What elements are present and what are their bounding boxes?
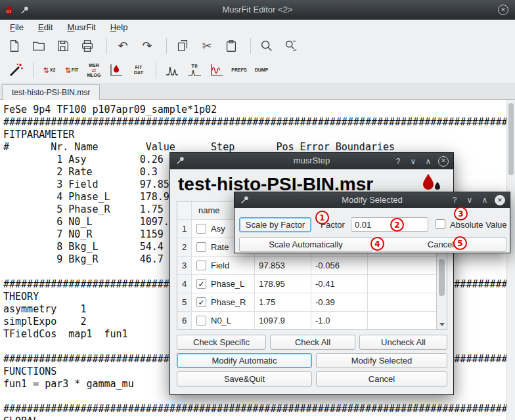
musrt0-button[interactable]: T0 — [184, 60, 205, 81]
menu-help[interactable]: Help — [103, 20, 135, 34]
param-step: -1.0 — [311, 312, 368, 329]
musrstep-titlebar[interactable]: musrStep ? ∨ ∧ ✕ — [170, 153, 453, 169]
musr-wizard-button[interactable] — [5, 60, 26, 81]
modify-selected-button[interactable]: Modify Selected — [316, 353, 447, 368]
editor-line: ########################################… — [3, 116, 515, 129]
cancel-button[interactable]: Cancel — [375, 237, 506, 252]
updown-arrows-icon: ⇅ — [43, 67, 49, 74]
chevron-up-icon[interactable]: ∧ — [423, 156, 434, 167]
absolute-value-checkbox[interactable] — [436, 219, 445, 229]
dump-button[interactable]: DUMP — [251, 60, 272, 81]
musrview-button[interactable] — [106, 60, 127, 81]
find-replace-button[interactable] — [280, 36, 302, 56]
empty-cell — [368, 275, 436, 293]
musr-plot-button[interactable] — [206, 60, 227, 81]
modify-titlebar[interactable]: Modify Selected ? ∨ ∧ ✕ — [235, 192, 510, 208]
annotation-4: 4 — [370, 237, 384, 251]
calc-chisq-button[interactable]: ⇅ X2 — [39, 60, 60, 81]
musrview-icon — [108, 62, 124, 78]
scissors-icon: ✂ — [202, 40, 212, 52]
row-number: 6 — [177, 312, 192, 329]
row-checkbox[interactable] — [196, 316, 206, 326]
param-value: 1097.9 — [255, 312, 311, 329]
fit-label: FIT — [72, 68, 79, 73]
save-button[interactable] — [53, 36, 74, 56]
t0-label: T0 — [191, 64, 197, 69]
row-checkbox[interactable] — [196, 224, 206, 234]
param-value: 178.95 — [255, 275, 311, 293]
corner-header-cell — [177, 201, 192, 219]
param-name: Phase_L — [211, 279, 244, 289]
uncheck-all-button[interactable]: Uncheck All — [359, 335, 447, 350]
window-titlebar[interactable]: FIT MusrFit Editor <2> ✕ — [0, 0, 515, 20]
cancel-button[interactable]: Cancel — [316, 371, 447, 387]
menu-file[interactable]: File — [3, 20, 31, 34]
musrstep-dialog: musrStep ? ∨ ∧ ✕ test-histo-PSI-BIN.msr … — [169, 152, 454, 395]
new-file-button[interactable] — [4, 36, 25, 56]
musrfit-run-button[interactable]: ⇅ FIT — [61, 60, 82, 81]
prefs-label: PREFS — [231, 68, 246, 73]
menu-musrfit[interactable]: MusrFit — [60, 20, 102, 34]
copy-button[interactable] — [172, 36, 193, 56]
redo-button[interactable]: ↷ — [137, 36, 158, 56]
open-file-button[interactable] — [28, 36, 49, 56]
chevron-up-icon[interactable]: ∧ — [480, 195, 490, 205]
scrollbar-thumb[interactable] — [439, 259, 445, 296]
paste-button[interactable] — [221, 36, 242, 56]
param-name: Asy — [211, 224, 225, 234]
param-name: Field — [211, 261, 229, 270]
scale-automatically-button[interactable]: Scale Automatically — [239, 237, 372, 252]
row-checkbox[interactable] — [196, 261, 206, 270]
help-icon[interactable]: ? — [449, 195, 460, 205]
chevron-down-icon[interactable]: ∨ — [464, 195, 475, 205]
msr-mlog-swap-button[interactable]: MSR ⇄ MLOG — [83, 60, 104, 81]
annotation-1: 1 — [315, 211, 329, 224]
empty-cell — [368, 257, 436, 274]
scroll-down-icon[interactable] — [439, 323, 445, 326]
menubar: File Edit MusrFit Help — [0, 20, 515, 34]
save-quit-button[interactable]: Save&Quit — [177, 371, 312, 387]
mlog-label: MLOG — [87, 73, 101, 78]
tab-msr-file[interactable]: test-histo-PSI-BIN.msr — [2, 84, 100, 100]
scale-by-factor-button[interactable]: Scale by Factor — [239, 217, 311, 232]
cut-button[interactable]: ✂ — [196, 36, 217, 56]
window-close-icon[interactable]: ✕ — [498, 5, 508, 15]
toolbar-separator — [106, 38, 107, 54]
print-button[interactable] — [77, 36, 98, 56]
close-icon[interactable]: ✕ — [438, 156, 449, 167]
menu-edit[interactable]: Edit — [31, 20, 60, 34]
scrollbar-thumb[interactable] — [508, 103, 514, 175]
find-button[interactable] — [256, 36, 277, 56]
editor-line: GLOBAL — [3, 415, 515, 420]
fit-dat-button[interactable]: FIT DAT — [128, 60, 149, 81]
modify-automatic-button[interactable]: Modify Automatic — [177, 353, 312, 368]
main-toolbar: ↶ ↷ ✂ Mon — [0, 34, 515, 58]
dat-label: DAT — [134, 70, 143, 75]
check-all-button[interactable]: Check All — [270, 335, 355, 350]
row-checkbox-checked[interactable]: ✓ — [196, 297, 206, 307]
editor-scrollbar[interactable] — [506, 100, 515, 420]
help-icon[interactable]: ? — [393, 156, 403, 167]
table-row[interactable]: 5 ✓ Phase_R 1.75 -0.39 — [177, 293, 436, 312]
table-row[interactable]: 3 Field 97.853 -0.056 — [177, 257, 436, 275]
close-icon[interactable]: ✕ — [495, 195, 505, 205]
undo-button[interactable]: ↶ — [112, 36, 133, 56]
toolbar-separator — [166, 38, 167, 54]
row-checkbox[interactable] — [196, 242, 206, 252]
check-specific-button[interactable]: Check Specific — [177, 335, 266, 350]
param-name: N0_L — [211, 316, 231, 326]
tabbar: test-histo-PSI-BIN.msr — [0, 83, 515, 100]
table-row[interactable]: 6 N0_L 1097.9 -1.0 — [177, 312, 436, 330]
table-row[interactable]: 4 ✓ Phase_L 178.95 -0.41 — [177, 275, 436, 293]
musr-prefs-button[interactable]: PREFS — [229, 60, 250, 81]
updown-arrows-icon: ⇅ — [65, 67, 71, 74]
check-icon: ✓ — [198, 280, 204, 289]
chevron-down-icon[interactable]: ∨ — [408, 156, 418, 167]
musrfit-editor-window: FIT MusrFit Editor <2> ✕ File Edit MusrF… — [0, 0, 515, 420]
factor-input[interactable] — [351, 217, 428, 232]
redo-icon: ↷ — [142, 40, 152, 52]
row-number: 4 — [177, 275, 192, 293]
row-checkbox-checked[interactable]: ✓ — [196, 279, 206, 289]
musrft-button[interactable] — [162, 60, 183, 81]
undo-icon: ↶ — [118, 40, 127, 52]
